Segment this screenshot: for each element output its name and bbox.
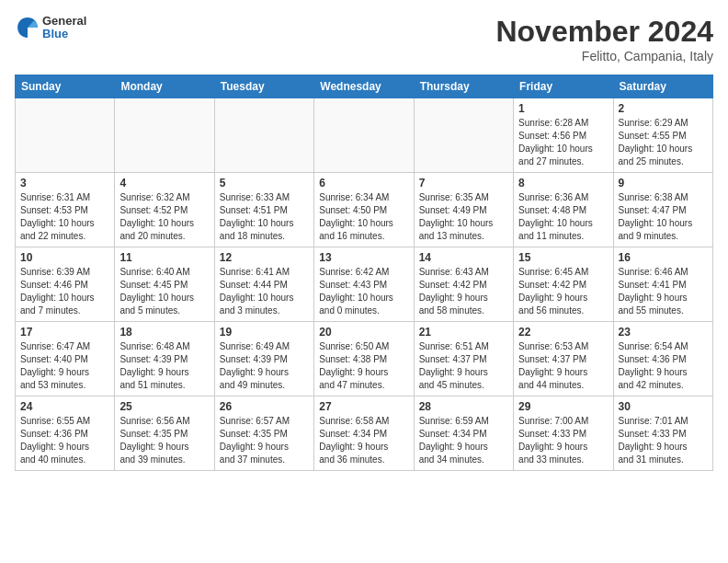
- day-info: Sunrise: 6:49 AM Sunset: 4:39 PM Dayligh…: [220, 340, 309, 392]
- day-number: 27: [319, 400, 408, 413]
- day-info: Sunrise: 6:56 AM Sunset: 4:35 PM Dayligh…: [119, 415, 209, 466]
- calendar-cell: [314, 98, 414, 173]
- day-number: 16: [619, 251, 708, 264]
- calendar-cell: 20Sunrise: 6:50 AM Sunset: 4:38 PM Dayli…: [314, 322, 414, 396]
- calendar-cell: 28Sunrise: 6:59 AM Sunset: 4:34 PM Dayli…: [414, 396, 513, 471]
- location: Felitto, Campania, Italy: [495, 49, 713, 63]
- day-info: Sunrise: 6:47 AM Sunset: 4:40 PM Dayligh…: [20, 340, 109, 392]
- day-info: Sunrise: 6:50 AM Sunset: 4:38 PM Dayligh…: [319, 340, 408, 392]
- day-number: 21: [419, 326, 508, 339]
- calendar-cell: 5Sunrise: 6:33 AM Sunset: 4:51 PM Daylig…: [214, 173, 313, 247]
- calendar-cell: 23Sunrise: 6:54 AM Sunset: 4:36 PM Dayli…: [613, 322, 712, 396]
- calendar-cell: 30Sunrise: 7:01 AM Sunset: 4:33 PM Dayli…: [613, 396, 712, 471]
- calendar-cell: 11Sunrise: 6:40 AM Sunset: 4:45 PM Dayli…: [115, 247, 214, 322]
- calendar-cell: 25Sunrise: 6:56 AM Sunset: 4:35 PM Dayli…: [115, 396, 214, 471]
- day-number: 29: [518, 400, 608, 413]
- day-info: Sunrise: 6:33 AM Sunset: 4:51 PM Dayligh…: [220, 191, 309, 243]
- day-info: Sunrise: 6:28 AM Sunset: 4:56 PM Dayligh…: [518, 117, 608, 168]
- week-row-3: 10Sunrise: 6:39 AM Sunset: 4:46 PM Dayli…: [16, 247, 713, 322]
- day-info: Sunrise: 6:34 AM Sunset: 4:50 PM Dayligh…: [319, 191, 408, 243]
- day-number: 15: [518, 251, 608, 264]
- day-info: Sunrise: 6:36 AM Sunset: 4:48 PM Dayligh…: [518, 191, 608, 243]
- calendar-cell: [115, 98, 214, 173]
- day-info: Sunrise: 6:31 AM Sunset: 4:53 PM Dayligh…: [20, 191, 109, 243]
- day-info: Sunrise: 7:01 AM Sunset: 4:33 PM Dayligh…: [619, 415, 708, 466]
- weekday-tuesday: Tuesday: [214, 75, 313, 98]
- calendar-cell: 10Sunrise: 6:39 AM Sunset: 4:46 PM Dayli…: [16, 247, 115, 322]
- logo-text: General Blue: [42, 15, 86, 41]
- day-info: Sunrise: 6:45 AM Sunset: 4:42 PM Dayligh…: [518, 266, 608, 317]
- day-number: 8: [518, 177, 608, 190]
- week-row-4: 17Sunrise: 6:47 AM Sunset: 4:40 PM Dayli…: [16, 322, 713, 396]
- day-number: 26: [220, 400, 309, 413]
- day-info: Sunrise: 6:57 AM Sunset: 4:35 PM Dayligh…: [220, 415, 309, 466]
- calendar-cell: 1Sunrise: 6:28 AM Sunset: 4:56 PM Daylig…: [514, 98, 613, 173]
- day-number: 17: [20, 326, 109, 339]
- page-header: General Blue November 2024 Felitto, Camp…: [15, 15, 713, 63]
- day-number: 23: [619, 326, 708, 339]
- calendar-cell: 6Sunrise: 6:34 AM Sunset: 4:50 PM Daylig…: [314, 173, 414, 247]
- day-info: Sunrise: 6:43 AM Sunset: 4:42 PM Dayligh…: [419, 266, 508, 317]
- calendar-cell: 16Sunrise: 6:46 AM Sunset: 4:41 PM Dayli…: [613, 247, 712, 322]
- calendar-cell: 19Sunrise: 6:49 AM Sunset: 4:39 PM Dayli…: [214, 322, 313, 396]
- logo-icon: [15, 15, 40, 40]
- week-row-1: 1Sunrise: 6:28 AM Sunset: 4:56 PM Daylig…: [16, 98, 713, 173]
- day-info: Sunrise: 6:39 AM Sunset: 4:46 PM Dayligh…: [20, 266, 109, 317]
- calendar-cell: 4Sunrise: 6:32 AM Sunset: 4:52 PM Daylig…: [115, 173, 214, 247]
- logo-general-text: General: [42, 15, 86, 28]
- calendar-cell: 22Sunrise: 6:53 AM Sunset: 4:37 PM Dayli…: [514, 322, 613, 396]
- title-area: November 2024 Felitto, Campania, Italy: [495, 15, 713, 63]
- calendar-cell: 27Sunrise: 6:58 AM Sunset: 4:34 PM Dayli…: [314, 396, 414, 471]
- weekday-sunday: Sunday: [16, 75, 115, 98]
- day-number: 11: [119, 251, 209, 264]
- day-info: Sunrise: 6:35 AM Sunset: 4:49 PM Dayligh…: [419, 191, 508, 243]
- calendar-cell: 24Sunrise: 6:55 AM Sunset: 4:36 PM Dayli…: [16, 396, 115, 471]
- day-number: 10: [20, 251, 109, 264]
- calendar-cell: 13Sunrise: 6:42 AM Sunset: 4:43 PM Dayli…: [314, 247, 414, 322]
- logo: General Blue: [15, 15, 86, 41]
- weekday-header-row: SundayMondayTuesdayWednesdayThursdayFrid…: [16, 75, 713, 98]
- day-number: 1: [518, 102, 608, 115]
- month-title: November 2024: [495, 15, 713, 49]
- day-info: Sunrise: 6:54 AM Sunset: 4:36 PM Dayligh…: [619, 340, 708, 392]
- calendar-cell: 14Sunrise: 6:43 AM Sunset: 4:42 PM Dayli…: [414, 247, 513, 322]
- calendar-cell: 7Sunrise: 6:35 AM Sunset: 4:49 PM Daylig…: [414, 173, 513, 247]
- week-row-5: 24Sunrise: 6:55 AM Sunset: 4:36 PM Dayli…: [16, 396, 713, 471]
- week-row-2: 3Sunrise: 6:31 AM Sunset: 4:53 PM Daylig…: [16, 173, 713, 247]
- calendar-cell: 9Sunrise: 6:38 AM Sunset: 4:47 PM Daylig…: [613, 173, 712, 247]
- day-number: 13: [319, 251, 408, 264]
- day-info: Sunrise: 6:55 AM Sunset: 4:36 PM Dayligh…: [20, 415, 109, 466]
- day-info: Sunrise: 6:58 AM Sunset: 4:34 PM Dayligh…: [319, 415, 408, 466]
- calendar-cell: 12Sunrise: 6:41 AM Sunset: 4:44 PM Dayli…: [214, 247, 313, 322]
- day-number: 5: [220, 177, 309, 190]
- calendar-cell: [414, 98, 513, 173]
- calendar-cell: 18Sunrise: 6:48 AM Sunset: 4:39 PM Dayli…: [115, 322, 214, 396]
- day-number: 22: [518, 326, 608, 339]
- day-info: Sunrise: 6:40 AM Sunset: 4:45 PM Dayligh…: [119, 266, 209, 317]
- day-number: 14: [419, 251, 508, 264]
- day-number: 6: [319, 177, 408, 190]
- weekday-wednesday: Wednesday: [314, 75, 414, 98]
- weekday-friday: Friday: [514, 75, 613, 98]
- day-number: 4: [119, 177, 209, 190]
- day-number: 7: [419, 177, 508, 190]
- weekday-thursday: Thursday: [414, 75, 513, 98]
- calendar-cell: 17Sunrise: 6:47 AM Sunset: 4:40 PM Dayli…: [16, 322, 115, 396]
- calendar-table: SundayMondayTuesdayWednesdayThursdayFrid…: [15, 75, 713, 471]
- day-number: 2: [619, 102, 708, 115]
- day-info: Sunrise: 6:32 AM Sunset: 4:52 PM Dayligh…: [119, 191, 209, 243]
- calendar-cell: 29Sunrise: 7:00 AM Sunset: 4:33 PM Dayli…: [514, 396, 613, 471]
- day-number: 12: [220, 251, 309, 264]
- calendar-cell: 21Sunrise: 6:51 AM Sunset: 4:37 PM Dayli…: [414, 322, 513, 396]
- day-info: Sunrise: 6:48 AM Sunset: 4:39 PM Dayligh…: [119, 340, 209, 392]
- day-number: 24: [20, 400, 109, 413]
- day-number: 3: [20, 177, 109, 190]
- day-number: 30: [619, 400, 708, 413]
- calendar-cell: 15Sunrise: 6:45 AM Sunset: 4:42 PM Dayli…: [514, 247, 613, 322]
- day-number: 19: [220, 326, 309, 339]
- day-info: Sunrise: 6:46 AM Sunset: 4:41 PM Dayligh…: [619, 266, 708, 317]
- day-info: Sunrise: 6:51 AM Sunset: 4:37 PM Dayligh…: [419, 340, 508, 392]
- day-number: 18: [119, 326, 209, 339]
- day-info: Sunrise: 6:42 AM Sunset: 4:43 PM Dayligh…: [319, 266, 408, 317]
- calendar-cell: [214, 98, 313, 173]
